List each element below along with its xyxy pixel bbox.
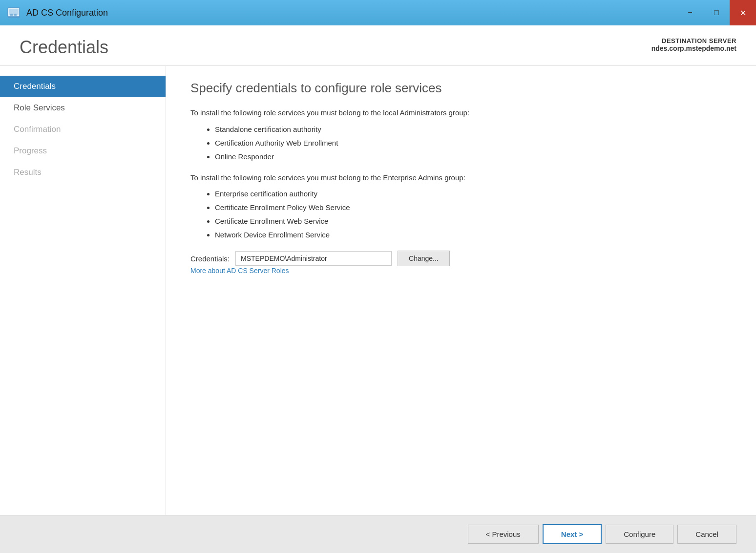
list-item: Certification Authority Web Enrollment (215, 137, 732, 149)
svg-rect-3 (14, 14, 17, 16)
more-link[interactable]: More about AD CS Server Roles (190, 267, 289, 275)
configure-button[interactable]: Configure (606, 525, 673, 544)
list-item: Certificate Enrollment Web Service (215, 215, 732, 227)
list-item: Enterprise certification authority (215, 188, 732, 200)
title-bar: AD CS Configuration − □ ✕ (0, 0, 756, 25)
list-item: Standalone certification authority (215, 124, 732, 135)
section-title: Specify credentials to configure role se… (190, 81, 732, 96)
list-item: Network Device Enrollment Service (215, 229, 732, 241)
main-area: Credentials DESTINATION SERVER ndes.corp… (0, 25, 756, 515)
destination-label: DESTINATION SERVER (651, 37, 736, 44)
local-admin-text: To install the following role services y… (190, 107, 732, 119)
local-admin-list: Standalone certification authorityCertif… (190, 124, 732, 163)
sidebar-item-progress: Progress (0, 140, 166, 162)
change-button[interactable]: Change... (398, 251, 450, 266)
previous-button[interactable]: < Previous (468, 525, 539, 544)
app-icon (6, 5, 21, 21)
sidebar-item-role-services[interactable]: Role Services (0, 97, 166, 119)
list-item: Certificate Enrollment Policy Web Servic… (215, 202, 732, 213)
title-bar-left: AD CS Configuration (6, 5, 108, 21)
maximize-button[interactable]: □ (703, 0, 730, 25)
list-item: Online Responder (215, 151, 732, 163)
svg-rect-4 (8, 17, 20, 18)
destination-server: DESTINATION SERVER ndes.corp.mstepdemo.n… (651, 37, 736, 52)
svg-rect-2 (10, 14, 13, 16)
destination-value: ndes.corp.mstepdemo.net (651, 44, 736, 52)
title-bar-controls: − □ ✕ (677, 0, 756, 25)
minimize-button[interactable]: − (677, 0, 703, 25)
footer: < Previous Next > Configure Cancel (0, 515, 756, 553)
sidebar-item-credentials[interactable]: Credentials (0, 76, 166, 97)
close-button[interactable]: ✕ (730, 0, 756, 25)
header-area: Credentials DESTINATION SERVER ndes.corp… (0, 25, 756, 66)
content-wrapper: CredentialsRole ServicesConfirmationProg… (0, 66, 756, 515)
credentials-input[interactable] (235, 251, 392, 266)
next-button[interactable]: Next > (543, 524, 602, 544)
credentials-row: Credentials: Change... (190, 251, 732, 266)
enterprise-admin-list: Enterprise certification authorityCertif… (190, 188, 732, 241)
page-title: Credentials (20, 37, 108, 58)
main-content: Specify credentials to configure role se… (166, 66, 756, 515)
sidebar: CredentialsRole ServicesConfirmationProg… (0, 66, 166, 515)
title-bar-title: AD CS Configuration (26, 8, 108, 18)
sidebar-item-results: Results (0, 162, 166, 183)
cancel-button[interactable]: Cancel (677, 525, 736, 544)
sidebar-item-confirmation: Confirmation (0, 119, 166, 140)
credentials-label: Credentials: (190, 255, 230, 263)
enterprise-admin-text: To install the following role services y… (190, 172, 732, 184)
